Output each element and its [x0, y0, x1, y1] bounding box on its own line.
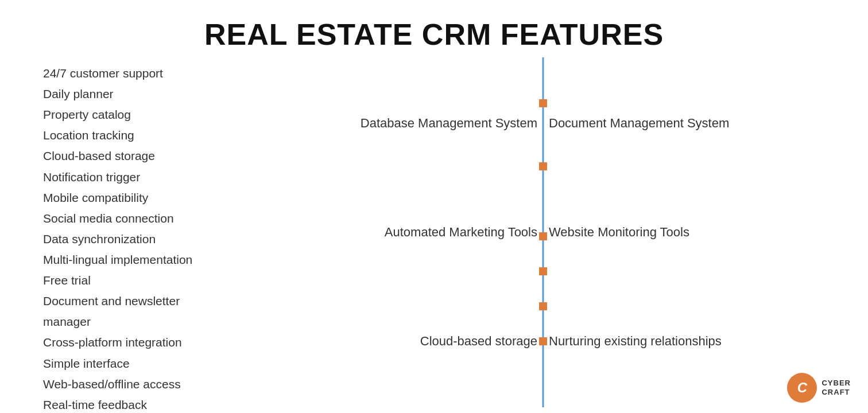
center-left-labels: Database Management SystemAutomated Mark… [361, 57, 537, 407]
center-left-label-2: Cloud-based storage [420, 334, 537, 349]
feature-item: Web-based/offline access [43, 374, 218, 395]
center-right-label-2: Nurturing existing relationships [549, 334, 722, 349]
center-right-labels: Document Management SystemWebsite Monito… [549, 57, 729, 407]
page-title: REAL ESTATE CRM FEATURES [0, 0, 868, 57]
feature-item: Property catalog [43, 104, 218, 125]
diagram-area: Database Management SystemAutomated Mark… [218, 57, 868, 407]
content-area: 24/7 customer supportDaily plannerProper… [0, 57, 868, 407]
logo-area: CYBER CRAFT [787, 373, 851, 403]
feature-item: Data synchronization [43, 229, 218, 250]
feature-item: Social media connection [43, 208, 218, 229]
feature-item: Cloud-based storage [43, 146, 218, 166]
logo-circle [787, 373, 817, 403]
center-right-label-0: Document Management System [549, 116, 729, 131]
feature-item: Real-time feedback [43, 395, 218, 413]
center-right-label-1: Website Monitoring Tools [549, 225, 689, 240]
feature-item: Daily planner [43, 84, 218, 104]
feature-item: Multi-lingual implementation [43, 250, 218, 270]
left-feature-list: 24/7 customer supportDaily plannerProper… [0, 57, 218, 407]
feature-item: Free trial [43, 270, 218, 291]
feature-item: 24/7 customer support [43, 63, 218, 84]
feature-item: Notification trigger [43, 167, 218, 188]
feature-item: Mobile compatibility [43, 188, 218, 208]
feature-item: Simple interface [43, 353, 218, 374]
feature-item: Location tracking [43, 125, 218, 146]
feature-item: Cross-platform integration [43, 332, 218, 353]
logo-text: CYBER CRAFT [822, 379, 851, 396]
feature-item: Document and newsletter manager [43, 291, 218, 332]
center-left-label-0: Database Management System [361, 116, 537, 131]
timeline-line [542, 57, 544, 407]
center-left-label-1: Automated Marketing Tools [385, 225, 537, 240]
logo-line1: CYBER [822, 379, 851, 388]
logo-line2: CRAFT [822, 388, 851, 397]
